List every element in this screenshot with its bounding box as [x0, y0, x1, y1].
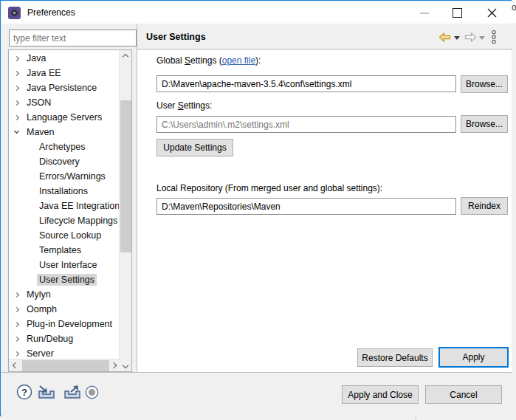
maximize-button[interactable]: [453, 8, 462, 18]
tree-item-label: Java Persistence: [24, 82, 99, 94]
global-settings-label: Global Settings (open file):: [156, 55, 261, 66]
help-icon[interactable]: ?: [16, 384, 32, 400]
tree-leaf-spacer: [27, 145, 31, 149]
tree-item-user-interface[interactable]: User Interface: [9, 258, 120, 272]
tree-item-label: User Interface: [37, 259, 100, 271]
tree-vertical-scrollbar[interactable]: [119, 50, 131, 372]
tree-item-label: Run/Debug: [24, 333, 75, 345]
chevron-collapsed-icon[interactable]: [14, 321, 19, 326]
user-browse-button[interactable]: Browse...: [461, 115, 508, 133]
tree-item-discovery[interactable]: Discovery: [9, 154, 120, 169]
tree-leaf-spacer: [27, 249, 31, 252]
vscroll-thumb[interactable]: [120, 100, 131, 252]
tree-item-label: Templates: [37, 244, 83, 256]
tree-item-label: JSON: [24, 97, 53, 109]
titlebar: Preferences: [1, 1, 512, 24]
tree-item-label: Maven: [24, 126, 57, 138]
tree-item-archetypes[interactable]: Archetypes: [9, 140, 120, 154]
page-title: User Settings: [146, 32, 206, 42]
background-window-edge: [416, 416, 416, 420]
local-repository-label: Local Repository (From merged user and g…: [156, 183, 382, 193]
tree-item-label: User Settings: [37, 274, 97, 286]
chevron-collapsed-icon[interactable]: [14, 306, 19, 311]
tree-item-oomph[interactable]: Oomph: [9, 302, 120, 317]
tree-item-source-lookup[interactable]: Source Lookup: [9, 228, 120, 243]
view-menu-icon[interactable]: [490, 30, 498, 44]
tree-item-label: Java: [24, 52, 48, 64]
forward-arrow-icon[interactable]: [464, 32, 477, 42]
chevron-collapsed-icon[interactable]: [14, 85, 19, 90]
tree-item-installations[interactable]: Installations: [9, 184, 120, 199]
local-repository-input[interactable]: [156, 198, 456, 215]
background-window-fragment: or: [512, 0, 516, 23]
preferences-dialog: Preferences JavaJava EEJava PersistenceJ…: [0, 0, 512, 416]
chevron-collapsed-icon[interactable]: [14, 55, 19, 61]
hscroll-thumb[interactable]: [22, 360, 109, 371]
tree-item-label: Server: [24, 348, 56, 359]
tree-item-label: Mylyn: [24, 289, 53, 300]
scroll-right-icon[interactable]: [111, 362, 117, 368]
tree-leaf-spacer: [27, 278, 31, 282]
tree-item-templates[interactable]: Templates: [9, 243, 120, 258]
chevron-collapsed-icon[interactable]: [14, 70, 19, 75]
cancel-button[interactable]: Cancel: [425, 385, 502, 404]
chevron-expanded-icon[interactable]: [14, 128, 19, 134]
chevron-collapsed-icon[interactable]: [14, 100, 19, 105]
scroll-left-icon[interactable]: [13, 362, 18, 368]
tree-item-label: Java EE Integration: [37, 200, 122, 212]
tree-item-user-settings[interactable]: User Settings: [9, 272, 120, 287]
chevron-collapsed-icon[interactable]: [14, 114, 19, 120]
tree-item-java-ee[interactable]: Java EE: [9, 66, 120, 80]
tree-leaf-spacer: [27, 190, 31, 193]
tree-item-label: Discovery: [37, 156, 82, 168]
tree-leaf-spacer: [27, 175, 31, 179]
reindex-button[interactable]: Reindex: [461, 197, 508, 215]
tree-item-label: Lifecycle Mappings: [37, 215, 120, 227]
scroll-up-icon[interactable]: [123, 54, 128, 60]
update-settings-button[interactable]: Update Settings: [156, 139, 233, 156]
open-file-link[interactable]: open file: [222, 55, 255, 66]
tree-item-mylyn[interactable]: Mylyn: [9, 287, 120, 302]
tree-item-errors-warnings[interactable]: Errors/Warnings: [9, 169, 120, 184]
filter-input[interactable]: [9, 30, 137, 47]
tree-item-java[interactable]: Java: [9, 51, 120, 66]
tree-leaf-spacer: [27, 219, 31, 223]
tree-item-label: Source Lookup: [37, 230, 103, 241]
tree-leaf-spacer: [27, 204, 31, 208]
tree-horizontal-scrollbar[interactable]: [9, 359, 120, 371]
tree-leaf-spacer: [27, 264, 31, 267]
restore-defaults-button[interactable]: Restore Defaults: [357, 348, 433, 367]
record-preferences-icon[interactable]: [85, 385, 99, 399]
tree-item-run-debug[interactable]: Run/Debug: [9, 331, 120, 346]
export-icon[interactable]: [62, 385, 84, 400]
tree-item-label: Plug-in Development: [24, 318, 114, 330]
back-dropdown-icon[interactable]: [454, 36, 460, 40]
forward-dropdown-icon[interactable]: [479, 36, 485, 40]
tree-item-java-ee-integration[interactable]: Java EE Integration: [9, 199, 120, 213]
scroll-down-icon[interactable]: [123, 362, 128, 368]
tree-item-maven[interactable]: Maven: [9, 125, 120, 140]
global-browse-button[interactable]: Browse...: [461, 75, 508, 93]
apply-button[interactable]: Apply: [438, 347, 509, 368]
back-arrow-icon[interactable]: [438, 32, 451, 42]
close-button[interactable]: [486, 7, 498, 19]
tree-item-lifecycle-mappings[interactable]: Lifecycle Mappings: [9, 213, 120, 228]
chevron-collapsed-icon[interactable]: [14, 336, 19, 341]
tree-item-label: Language Servers: [24, 111, 104, 123]
tree-item-plug-in-development[interactable]: Plug-in Development: [9, 317, 120, 331]
tree-item-language-servers[interactable]: Language Servers: [9, 110, 120, 125]
tree-item-label: Errors/Warnings: [37, 171, 108, 182]
tree-leaf-spacer: [27, 234, 31, 238]
user-settings-input[interactable]: [156, 116, 456, 133]
tree-item-java-persistence[interactable]: Java Persistence: [9, 80, 120, 95]
tree-item-label: Oomph: [24, 303, 59, 315]
import-icon[interactable]: [36, 385, 58, 400]
tree-item-json[interactable]: JSON: [9, 95, 120, 110]
chevron-collapsed-icon[interactable]: [14, 351, 19, 356]
apply-and-close-button[interactable]: Apply and Close: [342, 385, 419, 404]
global-settings-input[interactable]: [156, 75, 456, 92]
user-settings-label: User Settings:: [156, 100, 212, 111]
chevron-collapsed-icon[interactable]: [14, 292, 19, 297]
tree-item-label: Archetypes: [37, 141, 88, 153]
minimize-button[interactable]: [420, 13, 429, 14]
